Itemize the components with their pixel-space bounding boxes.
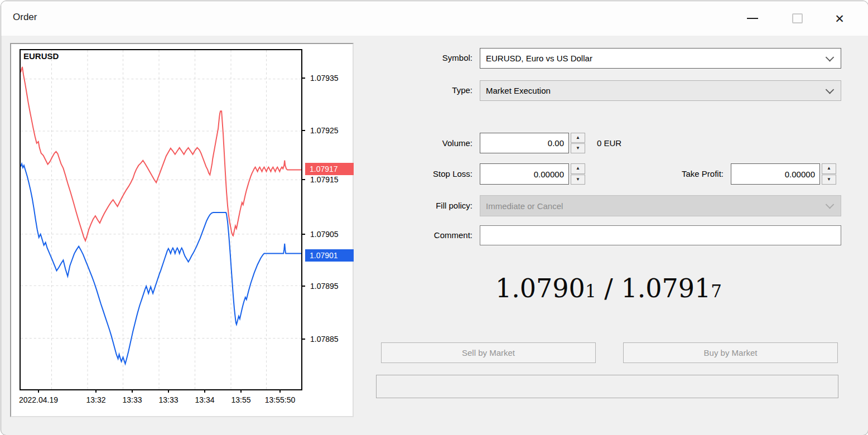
type-select-value: Market Execution bbox=[486, 86, 551, 95]
volume-stepper: ▲ ▼ bbox=[571, 133, 585, 153]
time-axis-label: 13:32 bbox=[86, 395, 105, 404]
maximize-button bbox=[784, 9, 810, 28]
minimize-icon bbox=[747, 18, 758, 19]
time-axis-label: 13:33 bbox=[122, 395, 142, 404]
ask-price-badge: 1.07917 bbox=[305, 163, 354, 175]
price-axis-label: 1.07885 bbox=[310, 335, 339, 344]
ask-quote: 1.0791 bbox=[621, 273, 711, 303]
sell-by-market-button[interactable]: Sell by Market bbox=[381, 342, 596, 363]
stop-loss-label: Stop Loss: bbox=[376, 169, 472, 178]
tick-chart-canvas bbox=[21, 50, 301, 389]
bid-quote: 1.0790 bbox=[495, 273, 585, 303]
time-axis-tick bbox=[279, 389, 281, 393]
spin-up-button[interactable]: ▲ bbox=[571, 163, 585, 174]
buy-button-label: Buy by Market bbox=[704, 348, 758, 357]
window-title: Order bbox=[13, 12, 37, 23]
price-axis-tick bbox=[302, 78, 305, 79]
volume-label: Volume: bbox=[376, 138, 472, 148]
ask-quote-last-digit: 7 bbox=[711, 281, 722, 301]
price-axis-tick bbox=[302, 339, 305, 340]
volume-currency-value: 0 EUR bbox=[597, 138, 621, 148]
quote-separator: / bbox=[596, 273, 621, 303]
price-axis-label: 1.07895 bbox=[310, 282, 339, 291]
time-axis-label: 13:33 bbox=[158, 395, 178, 404]
chevron-down-icon bbox=[826, 200, 835, 209]
stop-loss-stepper: ▲ ▼ bbox=[571, 163, 585, 185]
time-axis-tick bbox=[204, 389, 205, 393]
bid-ask-quote: 1.07901 / 1.07917 bbox=[376, 273, 841, 303]
price-axis-label: 1.07925 bbox=[310, 126, 339, 135]
time-axis-tick bbox=[38, 389, 39, 393]
type-label: Type: bbox=[376, 85, 472, 95]
symbol-select-value: EURUSD, Euro vs US Dollar bbox=[486, 54, 592, 63]
maximize-icon bbox=[792, 13, 803, 23]
volume-input[interactable] bbox=[480, 133, 569, 153]
arrow-up-icon: ▲ bbox=[827, 166, 831, 171]
price-axis-tick bbox=[302, 130, 305, 131]
close-button[interactable]: ✕ bbox=[827, 9, 852, 28]
time-axis-tick bbox=[95, 389, 97, 393]
minimize-button[interactable] bbox=[740, 9, 765, 28]
chart-symbol-label: EURUSD bbox=[23, 51, 59, 61]
buy-by-market-button[interactable]: Buy by Market bbox=[623, 342, 838, 363]
time-axis-tick bbox=[240, 389, 242, 393]
take-profit-input[interactable] bbox=[731, 163, 820, 185]
symbol-select[interactable]: EURUSD, Euro vs US Dollar bbox=[480, 48, 841, 69]
title-bar: Order ✕ bbox=[1, 1, 868, 36]
spin-down-button[interactable]: ▼ bbox=[571, 175, 585, 185]
arrow-up-icon: ▲ bbox=[576, 136, 580, 140]
time-axis-label: 13:34 bbox=[195, 395, 214, 404]
spin-down-button[interactable]: ▼ bbox=[822, 175, 836, 185]
take-profit-label: Take Profit: bbox=[627, 169, 724, 178]
chevron-down-icon bbox=[826, 85, 835, 94]
arrow-down-icon: ▼ bbox=[827, 177, 831, 182]
spin-up-button[interactable]: ▲ bbox=[822, 163, 836, 174]
time-axis-label: 2022.04.19 bbox=[19, 395, 58, 404]
fill-policy-select: Immediate or Cancel bbox=[480, 195, 841, 216]
fill-policy-label: Fill policy: bbox=[376, 201, 472, 210]
time-axis-label: 13:55 bbox=[231, 395, 250, 404]
comment-input[interactable] bbox=[480, 225, 841, 245]
symbol-label: Symbol: bbox=[376, 53, 472, 62]
fill-policy-value: Immediate or Cancel bbox=[486, 201, 563, 211]
time-axis-tick bbox=[132, 389, 133, 393]
chevron-down-icon bbox=[826, 53, 835, 62]
price-axis-label: 1.07905 bbox=[310, 230, 339, 239]
price-axis-tick bbox=[302, 234, 305, 235]
price-axis-tick bbox=[302, 286, 305, 287]
price-axis-tick bbox=[302, 179, 305, 180]
arrow-up-icon: ▲ bbox=[576, 166, 580, 171]
sell-button-label: Sell by Market bbox=[462, 348, 515, 357]
stop-loss-input[interactable] bbox=[480, 163, 569, 185]
price-axis-label: 1.07915 bbox=[310, 175, 339, 184]
order-dialog: Order ✕ EURUSD 1.079351.079251.079151.07… bbox=[1, 1, 868, 435]
price-axis-label: 1.07935 bbox=[310, 74, 339, 83]
tick-chart-plot[interactable]: EURUSD bbox=[20, 49, 302, 390]
bid-price-badge: 1.07901 bbox=[305, 249, 354, 262]
order-status-box bbox=[376, 375, 838, 398]
arrow-down-icon: ▼ bbox=[576, 146, 580, 151]
take-profit-stepper: ▲ ▼ bbox=[822, 163, 836, 185]
spin-down-button[interactable]: ▼ bbox=[571, 143, 585, 153]
spin-up-button[interactable]: ▲ bbox=[571, 133, 585, 143]
time-axis-label: 13:55:50 bbox=[265, 395, 296, 404]
type-select[interactable]: Market Execution bbox=[480, 80, 841, 101]
close-icon: ✕ bbox=[835, 13, 845, 25]
tick-chart-panel: EURUSD 1.079351.079251.079151.079051.078… bbox=[10, 43, 354, 417]
arrow-down-icon: ▼ bbox=[576, 177, 580, 182]
bid-quote-last-digit: 1 bbox=[585, 281, 596, 301]
comment-label: Comment: bbox=[376, 230, 472, 240]
time-axis-tick bbox=[168, 389, 169, 393]
